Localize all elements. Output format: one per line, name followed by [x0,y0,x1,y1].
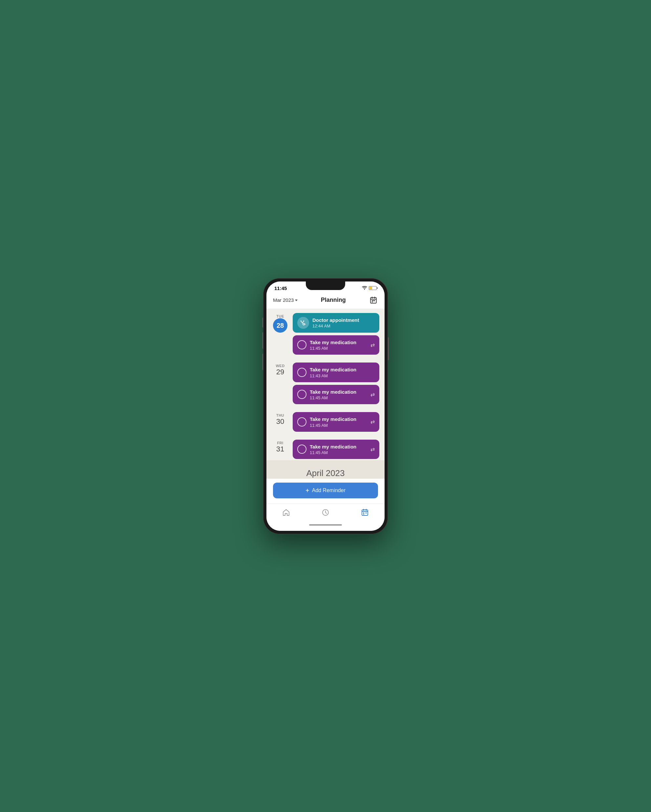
nav-history[interactable] [315,507,336,518]
repeat-icon-thu: ⇄ [370,419,375,425]
doctor-event-title: Doctor appointment [312,317,375,324]
events-fri: Take my medication 11:45 AM ⇄ [293,440,379,459]
repeat-icon-tue: ⇄ [370,342,375,348]
event-doctor-appointment[interactable]: Doctor appointment 12:44 AM [293,313,379,333]
svg-rect-8 [363,513,364,513]
status-icons [362,286,377,290]
event-medication-fri[interactable]: Take my medication 11:45 AM ⇄ [293,440,379,459]
medication-checkbox-thu[interactable] [297,417,306,426]
bottom-nav [266,504,385,524]
day-name-fri: FRI [277,441,283,445]
day-section-wed: WED 29 Take my medication 11:43 AM [266,359,385,406]
events-tue: Doctor appointment 12:44 AM Take my medi… [293,313,379,355]
add-reminder-label: Add Reminder [312,487,345,493]
calendar-icon [370,296,377,304]
medication-title-thu: Take my medication [310,416,367,423]
svg-rect-3 [374,300,375,301]
doctor-icon-circle [297,317,309,329]
repeat-icon-wed-2: ⇄ [370,391,375,398]
svg-rect-4 [372,302,373,302]
calendar-nav-button[interactable] [369,296,378,305]
day-label-wed: WED 29 [272,363,289,376]
home-icon [282,508,290,516]
medication-text-wed-2: Take my medication 11:45 AM [310,389,367,401]
medication-title-fri: Take my medication [310,444,367,450]
add-reminder-section: + Add Reminder [266,479,385,504]
add-reminder-button[interactable]: + Add Reminder [273,482,378,498]
medication-time-wed-1: 11:43 AM [310,373,375,378]
phone-notch [306,281,345,290]
chevron-down-icon [295,299,298,301]
volume-silent-button [262,317,263,327]
event-medication-thu[interactable]: Take my medication 11:45 AM ⇄ [293,412,379,432]
repeat-icon-fri: ⇄ [370,446,375,452]
day-label-thu: THU 30 [272,412,289,426]
stethoscope-icon [300,319,306,326]
month-label: Mar 2023 [273,297,294,303]
plus-icon: + [306,487,309,494]
medication-text-tue: Take my medication 11:45 AM [310,339,367,351]
nav-home[interactable] [276,507,296,518]
day-number-28: 28 [273,318,287,333]
day-name-tue: TUE [276,314,284,318]
medication-time-fri: 11:45 AM [310,450,367,455]
day-number-30: 30 [276,417,284,426]
day-number-31: 31 [276,445,284,453]
medication-text-wed-1: Take my medication 11:43 AM [310,366,375,378]
phone-frame: 11:45 Mar 2023 Planning [263,278,388,534]
medication-checkbox-tue[interactable] [297,340,306,350]
day-name-wed: WED [276,364,284,368]
month-selector[interactable]: Mar 2023 [273,297,298,303]
medication-title-wed-2: Take my medication [310,389,367,395]
svg-rect-1 [372,300,373,301]
medication-checkbox-fri[interactable] [297,444,306,454]
medication-time-tue: 11:45 AM [310,346,367,351]
month-separator-text: April 2023 [306,468,345,478]
month-separator: April 2023 [266,460,385,479]
nav-calendar[interactable] [355,507,375,518]
events-wed: Take my medication 11:43 AM Take my medi… [293,363,379,404]
doctor-event-time: 12:44 AM [312,324,375,328]
medication-title-tue: Take my medication [310,339,367,346]
battery-icon [369,286,377,290]
home-indicator-container [266,524,385,531]
doctor-event-text: Doctor appointment 12:44 AM [312,317,375,329]
day-number-29: 29 [276,368,284,376]
medication-time-thu: 11:45 AM [310,423,367,428]
page-title: Planning [321,296,346,304]
svg-rect-7 [362,510,368,516]
day-section-fri: FRI 31 Take my medication 11:45 AM ⇄ [266,436,385,461]
medication-title-wed-1: Take my medication [310,366,375,373]
event-medication-tue[interactable]: Take my medication 11:45 AM ⇄ [293,335,379,355]
medication-time-wed-2: 11:45 AM [310,395,367,400]
svg-rect-9 [365,513,367,513]
medication-checkbox-wed-1[interactable] [297,368,306,377]
wifi-icon [362,286,367,290]
calendar-bottom-icon [361,508,369,516]
day-section-thu: THU 30 Take my medication 11:45 AM ⇄ [266,408,385,433]
home-indicator [309,524,342,526]
medication-text-thu: Take my medication 11:45 AM [310,416,367,428]
medication-checkbox-wed-2[interactable] [297,390,306,399]
phone-screen: 11:45 Mar 2023 Planning [266,281,385,531]
top-nav: Mar 2023 Planning [266,293,385,309]
day-section-tue: TUE 28 [266,309,385,356]
volume-up-button [262,332,263,349]
power-button [388,337,389,360]
svg-rect-10 [363,514,364,515]
day-label-tue: TUE 28 [272,313,289,333]
event-medication-wed-1[interactable]: Take my medication 11:43 AM [293,363,379,382]
medication-text-fri: Take my medication 11:45 AM [310,444,367,455]
status-time: 11:45 [274,285,287,291]
history-icon [322,508,329,516]
volume-down-button [262,354,263,370]
svg-rect-2 [373,300,374,301]
day-name-thu: THU [276,414,284,417]
day-label-fri: FRI 31 [272,440,289,453]
scroll-content[interactable]: TUE 28 [266,309,385,479]
event-medication-wed-2[interactable]: Take my medication 11:45 AM ⇄ [293,385,379,404]
events-thu: Take my medication 11:45 AM ⇄ [293,412,379,432]
battery-fill [370,287,372,289]
